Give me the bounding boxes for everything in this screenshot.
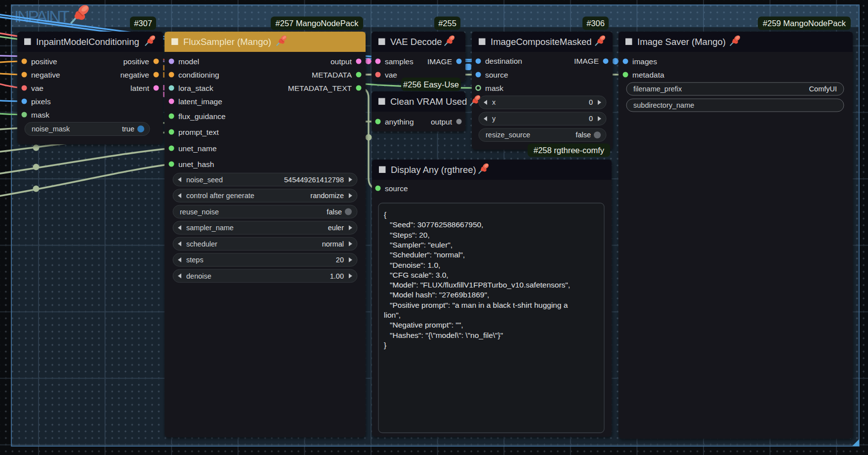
svg-text:"Model hash": "27e69b1869",: "Model hash": "27e69b1869", bbox=[390, 290, 489, 299]
svg-text:#259 MangoNodePack: #259 MangoNodePack bbox=[763, 19, 846, 28]
svg-text:ImageCompositeMasked: ImageCompositeMasked bbox=[491, 37, 592, 47]
svg-text:false: false bbox=[327, 208, 342, 216]
svg-text:vae: vae bbox=[31, 84, 43, 92]
svg-text:lora_stack: lora_stack bbox=[178, 84, 213, 92]
svg-text:"Steps": 20,: "Steps": 20, bbox=[390, 231, 430, 239]
svg-text:resize_source: resize_source bbox=[486, 131, 530, 139]
svg-text:545449261412798: 545449261412798 bbox=[284, 176, 344, 184]
svg-text:output: output bbox=[331, 57, 352, 66]
svg-text:normal: normal bbox=[322, 240, 344, 248]
svg-text:true: true bbox=[122, 125, 134, 133]
svg-text:subdirectory_name: subdirectory_name bbox=[633, 101, 694, 109]
svg-text:randomize: randomize bbox=[310, 192, 344, 200]
svg-text:FluxSampler (Mango): FluxSampler (Mango) bbox=[183, 37, 271, 47]
svg-text:reuse_noise: reuse_noise bbox=[180, 208, 219, 216]
svg-text:Image Saver (Mango): Image Saver (Mango) bbox=[637, 37, 726, 47]
svg-text:source: source bbox=[385, 184, 408, 193]
svg-text:"Model": "FLUX/fluxfillV1FP8Tu: "Model": "FLUX/fluxfillV1FP8Turbo_v10.sa… bbox=[390, 281, 570, 289]
svg-text:ComfyUI: ComfyUI bbox=[809, 85, 837, 93]
svg-text:latent: latent bbox=[130, 84, 150, 92]
svg-text:lion",: lion", bbox=[384, 311, 401, 319]
svg-text:"Positive prompt": "a man in a: "Positive prompt": "a man in a black t-s… bbox=[390, 301, 568, 309]
svg-text:1.00: 1.00 bbox=[330, 272, 344, 280]
svg-text:negative: negative bbox=[31, 71, 60, 79]
svg-text:latent_image: latent_image bbox=[178, 97, 222, 106]
svg-text:positive: positive bbox=[123, 57, 149, 66]
svg-text:scheduler: scheduler bbox=[186, 240, 217, 248]
svg-text:x: x bbox=[492, 98, 496, 106]
svg-text:METADATA: METADATA bbox=[312, 71, 352, 79]
svg-text:conditioning: conditioning bbox=[178, 71, 219, 79]
svg-text:destination: destination bbox=[485, 57, 522, 65]
svg-text:denoise: denoise bbox=[186, 272, 211, 280]
svg-text:filename_prefix: filename_prefix bbox=[633, 85, 682, 93]
svg-text:pixels: pixels bbox=[31, 97, 51, 106]
svg-text:images: images bbox=[632, 57, 657, 66]
svg-text:steps: steps bbox=[186, 256, 204, 264]
svg-text:output: output bbox=[431, 118, 453, 126]
svg-text:unet_hash: unet_hash bbox=[178, 160, 214, 168]
svg-text:IMAGE: IMAGE bbox=[427, 57, 452, 66]
svg-text:VAE Decode: VAE Decode bbox=[390, 37, 442, 47]
svg-text:"Negative prompt": "",: "Negative prompt": "", bbox=[390, 321, 463, 329]
svg-text:positive: positive bbox=[31, 57, 57, 66]
svg-text:model: model bbox=[178, 57, 199, 66]
svg-text:vae: vae bbox=[385, 71, 397, 79]
svg-text:#257 MangoNodePack: #257 MangoNodePack bbox=[276, 19, 359, 28]
svg-text:"Sampler": "euler",: "Sampler": "euler", bbox=[390, 241, 453, 249]
svg-text:#307: #307 bbox=[134, 19, 152, 28]
svg-text:Display Any (rgthree): Display Any (rgthree) bbox=[391, 165, 476, 175]
svg-text:"Scheduler": "normal",: "Scheduler": "normal", bbox=[390, 250, 465, 259]
svg-text:metadata: metadata bbox=[632, 71, 664, 79]
svg-text:IMAGE: IMAGE bbox=[574, 57, 599, 65]
svg-text:"CFG scale": 3.0,: "CFG scale": 3.0, bbox=[390, 271, 449, 279]
svg-text:sampler_name: sampler_name bbox=[186, 224, 234, 232]
svg-text:anything: anything bbox=[385, 118, 414, 126]
svg-text:"Denoise": 1.0,: "Denoise": 1.0, bbox=[390, 261, 440, 269]
svg-text:mask: mask bbox=[31, 111, 49, 119]
svg-text:y: y bbox=[492, 115, 496, 123]
svg-text:"Hashes": "{\"model\": \"no_fi: "Hashes": "{\"model\": \"no_file\"}" bbox=[390, 331, 503, 339]
svg-text:0: 0 bbox=[589, 115, 593, 123]
svg-text:{: { bbox=[384, 210, 386, 219]
svg-text:euler: euler bbox=[328, 224, 344, 232]
svg-text:20: 20 bbox=[336, 256, 344, 264]
svg-text:prompt_text: prompt_text bbox=[178, 128, 219, 136]
svg-text:false: false bbox=[576, 131, 591, 139]
svg-text:flux_guidance: flux_guidance bbox=[178, 112, 226, 121]
svg-text:mask: mask bbox=[485, 84, 503, 92]
svg-text:InpaintModelConditioning: InpaintModelConditioning bbox=[36, 37, 139, 47]
svg-text:noise_mask: noise_mask bbox=[32, 125, 70, 133]
svg-text:}: } bbox=[384, 341, 386, 349]
svg-text:METADATA_TEXT: METADATA_TEXT bbox=[288, 84, 352, 92]
svg-text:#256 Easy-Use: #256 Easy-Use bbox=[403, 80, 459, 89]
svg-text:negative: negative bbox=[120, 71, 149, 79]
svg-text:#255: #255 bbox=[438, 19, 456, 28]
svg-text:unet_name: unet_name bbox=[178, 144, 217, 153]
svg-text:noise_seed: noise_seed bbox=[186, 176, 223, 184]
svg-text:control after generate: control after generate bbox=[186, 192, 254, 200]
svg-text:samples: samples bbox=[385, 57, 413, 66]
svg-text:#258 rgthree-comfy: #258 rgthree-comfy bbox=[534, 146, 605, 155]
svg-text:0: 0 bbox=[589, 98, 593, 106]
svg-text:#306: #306 bbox=[586, 19, 605, 28]
svg-text:source: source bbox=[485, 71, 508, 79]
svg-text:Clean VRAM Used: Clean VRAM Used bbox=[390, 96, 467, 107]
svg-text:"Seed": 307762588667950,: "Seed": 307762588667950, bbox=[390, 220, 483, 229]
